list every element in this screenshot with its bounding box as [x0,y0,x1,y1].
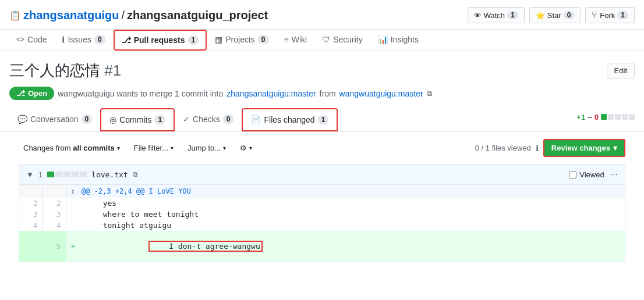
review-caret-icon: ▾ [613,144,617,152]
line-code: where to meet tonight [80,209,625,220]
new-line-num: 4 [43,220,66,231]
star-button[interactable]: ⭐ Star 0 [529,7,581,23]
pr-main: 三个人的恋情 #1 Edit ⎇ Open wangwuatguigu want… [0,51,644,269]
new-line-num: 2 [43,198,66,209]
copy-path-icon[interactable]: ⧉ [133,170,138,178]
jump-to-button[interactable]: Jump to... ▾ [183,141,231,155]
jump-to-label: Jump to... [187,144,221,152]
table-row: 4 4 tonight atguigu [19,220,625,231]
nav-code[interactable]: <> Code [9,30,54,50]
old-line-num: 2 [19,198,43,209]
file-filter-caret: ▾ [171,145,174,151]
diff-block-4 [622,114,628,120]
gear-icon: ⚙ [240,144,247,152]
security-icon: 🛡 [322,35,330,44]
insights-icon: 📊 [378,35,388,44]
code-icon: <> [16,35,24,44]
pr-from-text: from [320,89,336,98]
fork-button[interactable]: ⑂ Fork 1 [585,7,635,23]
star-icon: ⭐ [536,11,545,20]
conversation-count: 0 [82,115,93,124]
line-code: tonight atguigu [80,220,625,231]
pullrequests-badge: 1 [188,35,199,45]
checks-count: 0 [223,115,234,124]
repo-slash: / [121,9,125,22]
copy-branch-icon[interactable]: ⧉ [427,89,432,98]
fork-icon: ⑂ [592,10,597,20]
repo-nav: <> Code ℹ Issues 0 ⎇ Pull requests 1 ▦ P… [0,30,644,51]
tab-checks[interactable]: ✓ Checks 0 [175,109,242,131]
tab-conversation-label: Conversation [30,115,79,124]
checks-icon: ✓ [183,115,190,124]
issues-icon: ℹ [62,35,65,44]
table-row: 5 + I don·t agree-wangwu [19,231,625,262]
fork-label: Fork [600,11,615,20]
projects-icon: ▦ [215,35,222,44]
added-code-highlight: I don·t agree-wangwu [148,241,263,252]
new-line-num: 5 [43,231,66,262]
tab-commits-label: Commits [119,115,151,124]
edit-button[interactable]: Edit [607,63,635,78]
settings-button[interactable]: ⚙ ▾ [235,141,257,155]
repo-header: 📋 zhangsanatguigu / zhangsanatguigu_proj… [0,0,644,30]
watch-label: Watch [484,11,505,20]
watch-button[interactable]: 👁 Watch 1 [468,7,525,23]
tab-files-changed-label: Files changed [264,115,314,124]
viewed-label[interactable]: Viewed [579,170,604,179]
nav-security-label: Security [333,35,363,44]
watch-count: 1 [507,11,518,19]
collapse-icon[interactable]: ▼ [26,170,34,179]
info-icon[interactable]: ℹ [536,144,539,153]
tab-files-changed[interactable]: 📄 Files changed 1 [242,108,338,131]
line-code: yes [80,198,625,209]
repo-owner-link[interactable]: zhangsanatguigu [23,9,119,22]
file-filter-button[interactable]: File filter... ▾ [129,141,178,155]
nav-projects[interactable]: ▦ Projects 0 [208,30,275,50]
source-branch-link[interactable]: wangwuatguigu:master [339,89,423,98]
file-header-right: Viewed ··· [569,169,618,180]
old-line-num: 3 [19,209,43,220]
pr-title-text: 三个人的恋情 [9,62,100,79]
star-label: Star [547,11,561,20]
file-header-left: ▼ 1 love.txt ⧉ [26,170,138,179]
tab-conversation[interactable]: 💬 Conversation 0 [9,109,100,131]
files-changed-count: 1 [318,115,329,124]
target-branch-link[interactable]: zhangsanatguigu:master [227,89,316,98]
nav-issues[interactable]: ℹ Issues 0 [55,30,112,50]
line-marker [66,220,80,231]
nav-wiki-label: Wiki [292,35,307,44]
nav-insights[interactable]: 📊 Insights [371,30,426,50]
fork-count: 1 [617,11,628,19]
conversation-icon: 💬 [17,115,27,124]
diff-del: 0 [595,113,599,122]
pr-number: #1 [104,62,121,79]
pr-meta: ⎇ Open wangwuatguigu wants to merge 1 co… [9,87,635,100]
hunk-ln1 [19,185,43,198]
fd-block-1 [47,172,54,177]
caret-down-icon: ▾ [117,145,120,151]
nav-wiki[interactable]: ≡ Wiki [277,30,314,50]
tab-commits[interactable]: ◎ Commits 1 [100,108,175,131]
fd-block-5 [80,172,87,177]
line-marker [66,209,80,220]
repo-name-link[interactable]: zhangsanatguigu_project [127,9,268,22]
nav-security[interactable]: 🛡 Security [315,30,370,50]
viewed-checkbox[interactable]: Viewed [569,170,604,179]
diff-block-1 [601,114,607,120]
expand-hunk-icon[interactable]: ⇕ [71,187,75,195]
line-code-added: I don·t agree-wangwu [80,231,625,262]
nav-projects-label: Projects [225,35,255,44]
nav-pullrequests[interactable]: ⎇ Pull requests 1 [114,30,207,51]
changes-from-button[interactable]: Changes from all commits ▾ [19,141,125,155]
more-options-icon[interactable]: ··· [610,169,618,180]
diff-add: +1 [576,113,585,122]
nav-insights-label: Insights [391,35,419,44]
open-icon: ⎇ [16,89,25,98]
repo-actions: 👁 Watch 1 ⭐ Star 0 ⑂ Fork 1 [468,7,635,23]
diff-hunk-header-row: ⇕ @@ -2,3 +2,4 @@ I LoVE YOU [19,185,625,198]
pullrequests-icon: ⎇ [122,35,131,45]
new-line-num: 3 [43,209,66,220]
diff-block-2 [608,114,614,120]
viewed-checkbox-input[interactable] [569,171,576,178]
review-changes-button[interactable]: Review changes ▾ [543,139,625,157]
